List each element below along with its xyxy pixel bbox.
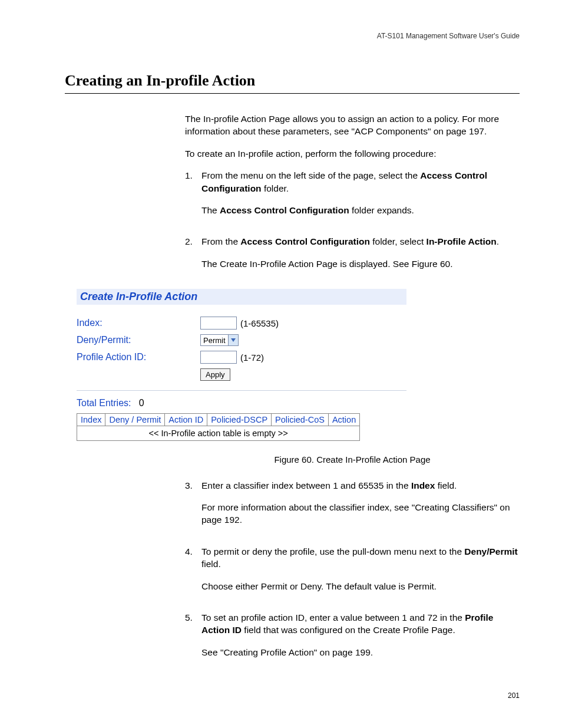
label-deny-permit: Deny/Permit: xyxy=(77,335,200,345)
step-5-line-2: See "Creating Profile Action" on page 19… xyxy=(201,646,520,658)
step-5: 5. To set an profile action ID, enter a … xyxy=(185,611,520,668)
step-1-line-2: The Access Control Configuration folder … xyxy=(201,204,520,216)
total-entries-label: Total Entries: xyxy=(77,398,131,408)
index-hint: (1-65535) xyxy=(240,318,279,328)
col-deny-permit: Deny / Permit xyxy=(105,414,165,426)
panel-title: Create In-Profile Action xyxy=(77,289,406,305)
profile-action-id-input[interactable] xyxy=(200,351,237,364)
label-index: Index: xyxy=(77,318,200,328)
step-4-line-1: To permit or deny the profile, use the p… xyxy=(201,545,520,571)
profile-action-id-hint: (1-72) xyxy=(240,353,264,363)
step-5-line-1: To set an profile action ID, enter a val… xyxy=(201,611,520,637)
label-profile-action-id: Profile Action ID: xyxy=(77,352,200,363)
figure-screenshot: Create In-Profile Action Index: (1-65535… xyxy=(77,289,406,441)
apply-button[interactable]: Apply xyxy=(200,368,230,381)
step-3: 3. Enter a classifier index between 1 an… xyxy=(185,479,520,536)
col-action-id: Action ID xyxy=(165,414,207,426)
step-number: 4. xyxy=(185,545,201,602)
select-value: Permit xyxy=(203,336,228,345)
step-2-line-1: From the Access Control Configuration fo… xyxy=(201,235,520,248)
step-2: 2. From the Access Control Configuration… xyxy=(185,235,520,279)
col-policied-dscp: Policied-DSCP xyxy=(207,414,272,426)
chevron-down-icon xyxy=(228,335,238,345)
step-1-line-1: From the menu on the left side of the pa… xyxy=(201,169,520,195)
figure-caption: Figure 60. Create In-Profile Action Page xyxy=(185,454,520,466)
intro-paragraph: The In-profile Action Page allows you to… xyxy=(185,113,520,138)
step-number: 5. xyxy=(185,611,201,668)
total-entries-value: 0 xyxy=(139,398,144,408)
step-1: 1. From the menu on the left side of the… xyxy=(185,169,520,226)
divider xyxy=(77,390,406,391)
col-action: Action xyxy=(328,414,359,426)
step-number: 1. xyxy=(185,169,201,226)
index-input[interactable] xyxy=(200,317,237,330)
page-title: Creating an In-profile Action xyxy=(65,72,520,90)
total-entries: Total Entries: 0 xyxy=(77,398,406,409)
step-number: 2. xyxy=(185,235,201,279)
step-number: 3. xyxy=(185,479,201,536)
deny-permit-select[interactable]: Permit xyxy=(200,334,239,346)
step-4: 4. To permit or deny the profile, use th… xyxy=(185,545,520,602)
entries-table: Index Deny / Permit Action ID Policied-D… xyxy=(77,413,360,441)
empty-row: << In-Profile action table is empty >> xyxy=(77,426,360,441)
running-header: AT-S101 Management Software User's Guide xyxy=(65,32,520,40)
col-policied-cos: Policied-CoS xyxy=(272,414,329,426)
page-number: 201 xyxy=(508,691,520,700)
step-2-line-2: The Create In-Profile Action Page is dis… xyxy=(201,258,520,270)
step-4-line-2: Choose either Permit or Deny. The defaul… xyxy=(201,580,520,592)
step-3-line-1: Enter a classifier index between 1 and 6… xyxy=(201,479,520,492)
step-3-line-2: For more information about the classifie… xyxy=(201,501,520,526)
title-rule xyxy=(65,93,520,94)
procedure-lead-in: To create an In-profile action, perform … xyxy=(185,147,520,160)
col-index: Index xyxy=(77,414,105,426)
